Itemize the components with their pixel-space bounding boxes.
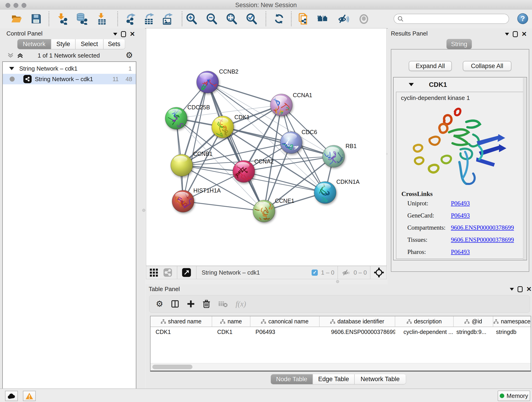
- panel-float-icon[interactable]: [513, 31, 518, 37]
- results-panel-title: Results Panel: [391, 30, 428, 37]
- save-session-button[interactable]: [30, 13, 42, 25]
- scrollbar-thumb[interactable]: [152, 365, 192, 369]
- center-view-crosshair-icon[interactable]: [374, 267, 384, 278]
- collection-expand-icon[interactable]: [9, 67, 14, 70]
- warnings-button[interactable]: [23, 391, 36, 401]
- node-label-ccnb1[interactable]: CCNB1: [193, 151, 213, 157]
- panel-menu-icon[interactable]: [113, 33, 117, 36]
- network-collection-row[interactable]: String Network – cdk1 1: [3, 63, 136, 74]
- search-input[interactable]: [404, 15, 501, 22]
- main-toolbar: ?: [0, 10, 532, 29]
- grid-view-icon[interactable]: [149, 268, 159, 277]
- node-label-cdk1[interactable]: CDK1: [234, 114, 250, 121]
- import-string-network-button[interactable]: [297, 13, 309, 25]
- zoom-out-button[interactable]: [206, 13, 218, 25]
- tab-style[interactable]: Style: [51, 39, 76, 49]
- panel-close-icon[interactable]: ✕: [130, 31, 135, 37]
- node-label-cdkn1a[interactable]: CDKN1A: [336, 179, 360, 185]
- show-columns-icon[interactable]: [171, 300, 179, 308]
- network-row-selected[interactable]: String Network – cdk1 11 48: [3, 74, 136, 84]
- homes-icon: [317, 13, 329, 25]
- tab-network[interactable]: Network: [17, 39, 51, 49]
- memory-button[interactable]: Memory: [498, 390, 530, 401]
- zoom-in-button[interactable]: [186, 13, 197, 25]
- crosslink-value[interactable]: P06493: [451, 200, 470, 212]
- import-network-file-button[interactable]: [56, 13, 68, 25]
- collapse-section-icon[interactable]: [409, 83, 414, 86]
- collapse-all-button[interactable]: Collapse All: [463, 61, 511, 71]
- node-label-ccna1[interactable]: CCNA1: [293, 92, 312, 99]
- table-horizontal-scrollbar[interactable]: [151, 363, 531, 370]
- expand-all-networks-button[interactable]: [17, 52, 24, 60]
- birdseye-view-button[interactable]: [181, 268, 191, 278]
- column-header[interactable]: @id: [454, 316, 493, 327]
- network-panel-gear-icon[interactable]: ⚙: [126, 51, 133, 59]
- create-column-plus-icon[interactable]: [187, 300, 195, 308]
- expand-all-button[interactable]: Expand All: [409, 61, 452, 71]
- import-table-file-button[interactable]: [96, 13, 108, 25]
- import-network-database-button[interactable]: [76, 13, 88, 25]
- tab-node-table[interactable]: Node Table: [271, 374, 313, 384]
- node-label-cdc6[interactable]: CDC6: [302, 129, 317, 135]
- column-header[interactable]: name: [212, 316, 250, 327]
- delete-table-icon: [218, 300, 228, 308]
- panel-float-icon[interactable]: [121, 31, 126, 37]
- collapse-all-networks-button[interactable]: [7, 52, 14, 60]
- column-header[interactable]: database identifier: [320, 316, 395, 327]
- results-scrollbar[interactable]: [523, 78, 526, 260]
- table-row[interactable]: CDK1 CDK1 P06493 9606.ENSP00000378699 cy…: [151, 327, 531, 337]
- selected-checkbox-icon[interactable]: ✓: [312, 269, 318, 276]
- column-header[interactable]: shared name: [151, 316, 212, 327]
- tab-edge-table[interactable]: Edge Table: [313, 374, 355, 384]
- crosslink-value[interactable]: P06493: [451, 212, 470, 224]
- network-type-icon: [23, 75, 32, 83]
- node-label-rb1[interactable]: RB1: [346, 143, 357, 149]
- horizontal-splitter-grip[interactable]: [336, 280, 339, 283]
- cloud-status-button[interactable]: [5, 391, 18, 401]
- zoom-fit-icon: [226, 13, 238, 25]
- control-panel: Control Panel ✕ Network Style Select Set…: [0, 28, 145, 389]
- crosslink-value[interactable]: 9606.ENSP00000378699: [451, 224, 514, 236]
- help-button[interactable]: ?: [517, 13, 528, 24]
- vertical-splitter-grip[interactable]: [142, 209, 145, 212]
- toolbar-separator: [291, 12, 292, 26]
- export-table-button[interactable]: [143, 13, 155, 25]
- tab-sets[interactable]: Sets: [104, 39, 125, 49]
- table-settings-gear-icon[interactable]: ⚙: [156, 300, 163, 308]
- export-image-button[interactable]: [161, 13, 173, 25]
- node-label-cdc25b[interactable]: CDC25B: [187, 104, 210, 111]
- crosslink-value[interactable]: 9606.ENSP00000378699: [451, 236, 514, 249]
- tab-network-table[interactable]: Network Table: [355, 374, 405, 384]
- panel-menu-icon[interactable]: [505, 33, 509, 36]
- node-label-ccne1[interactable]: CCNE1: [275, 198, 294, 204]
- export-network-button[interactable]: [125, 13, 137, 25]
- delete-column-trash-icon[interactable]: [203, 300, 210, 308]
- node-label-ccna2[interactable]: CCNA2: [254, 158, 274, 165]
- search-field[interactable]: [394, 14, 509, 24]
- column-header[interactable]: description: [395, 316, 454, 327]
- zoom-selected-button[interactable]: [246, 13, 258, 25]
- network-canvas[interactable]: CCNB2CCNA1CDC25BCDK1CDC6RB1CCNB1CCNA2CDK…: [146, 28, 387, 266]
- node-label-hist1h1a[interactable]: HIST1H1A: [193, 187, 221, 194]
- open-session-button[interactable]: [11, 13, 22, 25]
- zoom-fit-button[interactable]: [226, 13, 238, 25]
- share-view-icon[interactable]: [163, 268, 173, 278]
- panel-menu-icon[interactable]: [510, 288, 514, 291]
- hide-glass-pane-button[interactable]: [337, 13, 349, 25]
- apply-layout-button[interactable]: [273, 13, 285, 25]
- crosslink-value[interactable]: P06493: [451, 249, 470, 261]
- column-header[interactable]: namespace: [493, 316, 531, 327]
- eye-slash-icon: [337, 13, 349, 25]
- panel-float-icon[interactable]: [518, 286, 523, 292]
- string-home-button[interactable]: [317, 13, 329, 25]
- column-header[interactable]: canonical name: [250, 316, 320, 327]
- protein-card-header[interactable]: CDK1: [394, 77, 526, 92]
- node-label-ccnb2[interactable]: CCNB2: [219, 68, 239, 75]
- panel-close-icon[interactable]: ✕: [526, 286, 532, 293]
- toolbar-separator: [49, 12, 49, 26]
- tab-string[interactable]: String: [447, 39, 472, 49]
- tab-select[interactable]: Select: [76, 39, 104, 49]
- toolbar-separator: [266, 12, 266, 26]
- panel-close-icon[interactable]: ✕: [521, 31, 527, 37]
- show-glass-pane-button[interactable]: [358, 13, 370, 25]
